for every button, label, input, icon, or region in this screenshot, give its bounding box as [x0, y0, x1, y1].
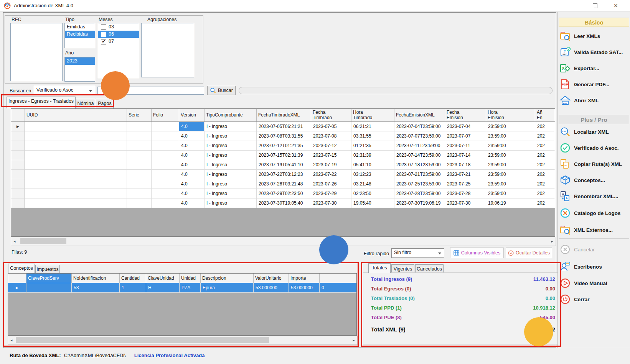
scroll-right-icon[interactable]: ►	[549, 237, 556, 246]
table-row[interactable]: 4.0I - Ingreso2023-07-08T03:31:552023-07…	[11, 131, 555, 141]
col-uuid[interactable]: UUID	[25, 109, 127, 121]
cell[interactable]: 2023-07-11	[445, 141, 486, 151]
cell[interactable]: 202	[535, 151, 555, 160]
cell[interactable]: 4.0	[179, 170, 205, 179]
cell[interactable]: 05:41:10	[351, 160, 394, 170]
cell[interactable]: 2023-07-15T02:31:39	[257, 151, 311, 160]
cell[interactable]: 4.0	[179, 179, 205, 189]
cell[interactable]: I - Ingreso	[205, 131, 257, 141]
cell[interactable]: 4.0	[179, 189, 205, 198]
cell[interactable]	[25, 198, 127, 208]
row-header[interactable]	[11, 131, 25, 141]
col-version[interactable]: Version	[179, 109, 205, 121]
table-row[interactable]: 4.0I - Ingreso2023-07-12T01:21:352023-07…	[11, 141, 555, 151]
cell[interactable]: 202	[535, 131, 555, 141]
col-fecha-timbrado[interactable]: FechaTimbrado	[311, 109, 351, 121]
col-fechaemisionxml[interactable]: FechaEmisionXML	[394, 109, 445, 121]
row-header[interactable]: ▶	[11, 122, 25, 131]
ocultar-detalles-button[interactable]: Ocultar Detalles	[506, 248, 552, 258]
cell[interactable]: 2023-07-18	[445, 160, 486, 170]
cell[interactable]: 202	[535, 170, 555, 179]
col-anio-emision-clipped[interactable]: AñEn	[535, 109, 555, 121]
cell[interactable]: 02:31:39	[351, 151, 394, 160]
cell[interactable]: 4.0	[179, 131, 205, 141]
buscar-button[interactable]: Buscar	[207, 86, 236, 95]
anio-option[interactable]: 2023	[65, 57, 95, 65]
sidebar-item-xml-externos[interactable]: XML Externos...	[559, 223, 629, 237]
cell[interactable]: 19:06:19	[486, 198, 535, 208]
sidebar-item-copiar-rutas-xml[interactable]: XML Copiar Ruta(s) XML	[559, 157, 629, 171]
cell[interactable]: 23:59:00	[486, 141, 535, 151]
cell[interactable]: I - Ingreso	[205, 122, 257, 131]
sidebar-item-verificado-asoc[interactable]: Verificado ó Asoc.	[559, 141, 629, 155]
row-header[interactable]	[11, 189, 25, 198]
cell[interactable]: 01:21:35	[351, 141, 394, 151]
col-fechatimbradoxml[interactable]: FechaTimbradoXML	[257, 109, 311, 121]
cell[interactable]: 23:59:00	[486, 151, 535, 160]
cell[interactable]: 4.0	[179, 122, 205, 131]
cell[interactable]	[25, 141, 127, 151]
row-header[interactable]	[11, 179, 25, 189]
cell[interactable]: 2023-07-21	[445, 170, 486, 179]
cell[interactable]: 2023-07-12	[311, 141, 351, 151]
cell[interactable]: 2023-07-19	[311, 160, 351, 170]
cell[interactable]	[25, 131, 127, 141]
cell[interactable]: 2023-07-14T23:59:00	[394, 151, 445, 160]
sidebar-item-valida-estado-sat[interactable]: #SAT Valida Estado SAT...	[559, 45, 629, 59]
cell[interactable]: 23:59:00	[486, 170, 535, 179]
meses-listbox[interactable]: 0306✔07	[98, 23, 139, 78]
table-row[interactable]: 4.0I - Ingreso2023-07-30T19:05:402023-07…	[11, 198, 555, 208]
cell[interactable]: 4.0	[179, 141, 205, 151]
cell[interactable]: I - Ingreso	[205, 179, 257, 189]
checkbox-icon[interactable]	[101, 25, 106, 30]
cell[interactable]	[25, 122, 127, 131]
cell[interactable]: 202	[535, 160, 555, 170]
minimize-button[interactable]	[565, 0, 583, 11]
scrollbar-thumb[interactable]	[20, 238, 66, 244]
cell[interactable]	[152, 141, 179, 151]
cell[interactable]: 2023-07-07T23:59:00	[394, 131, 445, 141]
tipo-option[interactable]: Recibidas	[65, 31, 95, 38]
table-row[interactable]: 4.0I - Ingreso2023-07-19T05:41:102023-07…	[11, 160, 555, 170]
cell[interactable]: 2023-07-22	[311, 170, 351, 179]
sidebar-item-catalogo-de-logos[interactable]: Catalogo de Logos	[559, 206, 629, 220]
cell[interactable]: 2023-07-04T23:59:00	[394, 122, 445, 131]
sidebar-item-localizar-xml[interactable]: XML Localizar XML	[559, 125, 629, 139]
cell[interactable]: 2023-07-21T23:59:00	[394, 170, 445, 179]
cell[interactable]: 2023-07-15	[311, 151, 351, 160]
cell[interactable]: 2023-07-26T03:21:48	[257, 179, 311, 189]
cell[interactable]: 2023-07-07	[445, 131, 486, 141]
cell[interactable]: 03:21:48	[351, 179, 394, 189]
cell[interactable]: 2023-07-18T23:59:00	[394, 160, 445, 170]
cell[interactable]: 06:21:21	[351, 122, 394, 131]
row-header[interactable]	[11, 109, 25, 121]
col-fecha-emision[interactable]: FechaEmision	[445, 109, 486, 121]
buscar-en-combobox[interactable]: Verificado o Asoc	[34, 86, 95, 95]
cell[interactable]: 2023-07-11T23:59:00	[394, 141, 445, 151]
col-tipocomprobante[interactable]: TipoComprobante	[205, 109, 257, 121]
cell[interactable]: 2023-07-05	[311, 122, 351, 131]
cell[interactable]	[127, 151, 152, 160]
cell[interactable]: I - Ingreso	[205, 189, 257, 198]
agrupaciones-listbox[interactable]	[141, 23, 194, 77]
table-row[interactable]: 4.0I - Ingreso2023-07-15T02:31:392023-07…	[11, 151, 555, 160]
cell[interactable]: 2023-07-28T23:59:00	[394, 189, 445, 198]
sidebar-item-generar-pdf[interactable]: PDF Generar PDF...	[559, 77, 629, 92]
sidebar-item-video-manual[interactable]: Video Manual	[559, 276, 629, 290]
table-row[interactable]: 4.0I - Ingreso2023-07-29T02:23:502023-07…	[11, 189, 555, 198]
cell[interactable]: 2023-07-26	[311, 179, 351, 189]
cell[interactable]: 2023-07-29T02:23:50	[257, 189, 311, 198]
cell[interactable]: 23:59:00	[486, 160, 535, 170]
row-header[interactable]	[11, 141, 25, 151]
rfc-listbox[interactable]	[10, 23, 63, 81]
sidebar-item-conceptos[interactable]: Conceptos...	[559, 173, 629, 187]
cell[interactable]	[127, 160, 152, 170]
table-row[interactable]: ▶4.0I - Ingreso2023-07-05T06:21:212023-0…	[11, 122, 555, 131]
cell[interactable]	[25, 170, 127, 179]
cell[interactable]: 19:05:40	[351, 198, 394, 208]
cell[interactable]: 03:12:23	[351, 170, 394, 179]
cell[interactable]	[25, 151, 127, 160]
cell[interactable]: 2023-07-30	[445, 198, 486, 208]
sidebar-item-cerrar[interactable]: Cerrar	[559, 292, 629, 307]
cell[interactable]: 2023-07-08	[311, 131, 351, 141]
